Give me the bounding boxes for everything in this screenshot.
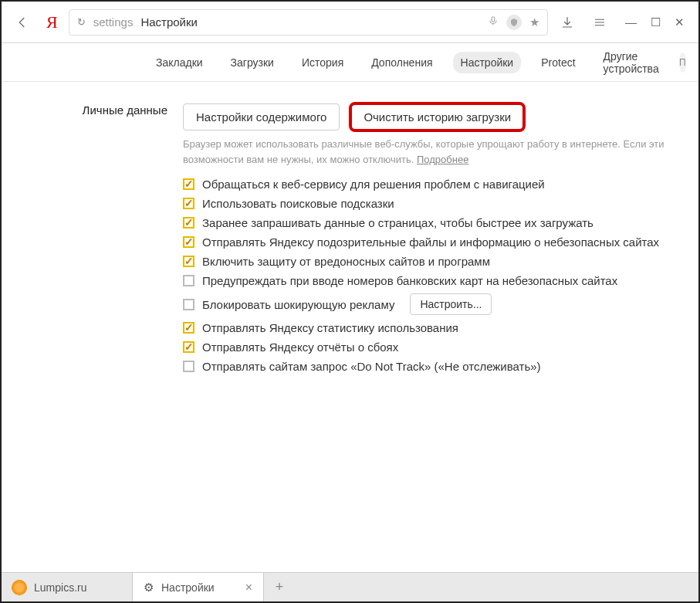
reload-icon[interactable]: ↻ xyxy=(77,16,86,28)
check-label: Отправлять сайтам запрос «Do Not Track» … xyxy=(202,360,541,373)
check-label: Блокировать шокирующую рекламу xyxy=(202,298,394,311)
checkbox-icon xyxy=(183,198,194,209)
tab-label: Lumpics.ru xyxy=(34,581,86,594)
checkbox-icon xyxy=(183,256,194,267)
check-prefetch[interactable]: Заранее запрашивать данные о страницах, … xyxy=(183,216,668,229)
tab-settings-page[interactable]: ⚙ Настройки × xyxy=(133,573,264,601)
content-settings-button[interactable]: Настройки содержимого xyxy=(183,103,340,130)
check-search-suggest[interactable]: Использовать поисковые подсказки xyxy=(183,197,668,210)
profile-chip[interactable]: П xyxy=(679,53,686,73)
bookmark-star-icon[interactable]: ★ xyxy=(529,15,539,29)
check-label: Отправлять Яндексу отчёты о сбоях xyxy=(202,340,398,354)
check-usage-stats[interactable]: Отправлять Яндексу статистику использова… xyxy=(183,321,668,334)
check-send-suspicious[interactable]: Отправлять Яндексу подозрительные файлы … xyxy=(183,235,668,249)
check-label: Отправлять Яндексу подозрительные файлы … xyxy=(202,235,659,249)
address-title: Настройки xyxy=(140,15,198,29)
configure-ads-button[interactable]: Настроить... xyxy=(410,293,492,315)
lumpics-favicon xyxy=(12,581,26,595)
browser-toolbar: Я ↻ settings Настройки ★ — ☐ ✕ xyxy=(2,2,698,43)
close-tab-icon[interactable]: × xyxy=(245,581,252,595)
check-protection[interactable]: Включить защиту от вредоносных сайтов и … xyxy=(183,255,668,268)
settings-content[interactable]: Всегда включен Выключен Уведомлять об из… xyxy=(2,82,698,571)
menu-icon[interactable] xyxy=(587,9,613,36)
check-label: Обращаться к веб-сервису для решения про… xyxy=(202,178,545,191)
maximize-button[interactable]: ☐ xyxy=(651,15,661,29)
check-block-ads[interactable]: Блокировать шокирующую рекламу Настроить… xyxy=(183,293,668,315)
tab-extensions[interactable]: Дополнения xyxy=(364,52,440,73)
check-card-warn[interactable]: Предупреждать при вводе номеров банковск… xyxy=(183,274,668,287)
checkbox-icon xyxy=(183,299,194,310)
address-prefix: settings xyxy=(93,15,134,29)
back-button[interactable] xyxy=(9,9,36,36)
checkbox-icon xyxy=(183,275,194,286)
clear-download-history-button[interactable]: Очистить историю загрузки xyxy=(350,103,524,130)
tab-settings[interactable]: Настройки xyxy=(453,52,522,73)
check-do-not-track[interactable]: Отправлять сайтам запрос «Do Not Track» … xyxy=(183,360,668,373)
microphone-icon[interactable] xyxy=(488,15,499,29)
minimize-button[interactable]: — xyxy=(625,15,637,29)
svg-rect-0 xyxy=(492,17,495,22)
personal-hint: Браузер может использовать различные веб… xyxy=(183,137,668,167)
tab-protect[interactable]: Protect xyxy=(533,52,583,73)
check-label: Заранее запрашивать данные о страницах, … xyxy=(202,216,593,229)
tab-other-devices[interactable]: Другие устройства xyxy=(596,46,667,80)
tab-downloads[interactable]: Загрузки xyxy=(223,52,282,73)
checkbox-icon xyxy=(183,341,194,353)
downloads-icon[interactable] xyxy=(554,9,580,36)
yandex-logo[interactable]: Я xyxy=(42,12,63,32)
check-label: Отправлять Яндексу статистику использова… xyxy=(202,321,458,334)
checkbox-icon xyxy=(183,361,194,372)
check-label: Включить защиту от вредоносных сайтов и … xyxy=(202,255,490,268)
shield-icon[interactable] xyxy=(506,15,522,30)
checkbox-icon xyxy=(183,236,194,248)
settings-subnav: Закладки Загрузки История Дополнения Нас… xyxy=(2,43,698,82)
checkbox-icon xyxy=(183,217,194,229)
tab-label: Настройки xyxy=(161,581,215,594)
bottom-tabstrip: Lumpics.ru ⚙ Настройки × + xyxy=(2,572,698,601)
gear-icon: ⚙ xyxy=(144,581,154,595)
check-nav-service[interactable]: Обращаться к веб-сервису для решения про… xyxy=(183,178,668,191)
window-controls: — ☐ ✕ xyxy=(619,15,691,29)
new-tab-button[interactable]: + xyxy=(264,573,295,601)
check-label: Использовать поисковые подсказки xyxy=(202,197,394,210)
checkbox-icon xyxy=(183,322,194,334)
check-crash-reports[interactable]: Отправлять Яндексу отчёты о сбоях xyxy=(183,340,668,354)
address-bar[interactable]: ↻ settings Настройки ★ xyxy=(69,9,548,36)
hint-more-link[interactable]: Подробнее xyxy=(417,154,468,165)
check-label: Предупреждать при вводе номеров банковск… xyxy=(202,274,617,287)
checkbox-icon xyxy=(183,178,194,190)
tab-history[interactable]: История xyxy=(294,52,351,73)
section-title-personal: Личные данные xyxy=(2,103,183,379)
close-button[interactable]: ✕ xyxy=(675,15,685,29)
tab-bookmarks[interactable]: Закладки xyxy=(148,52,211,73)
tab-lumpics[interactable]: Lumpics.ru xyxy=(2,573,133,601)
